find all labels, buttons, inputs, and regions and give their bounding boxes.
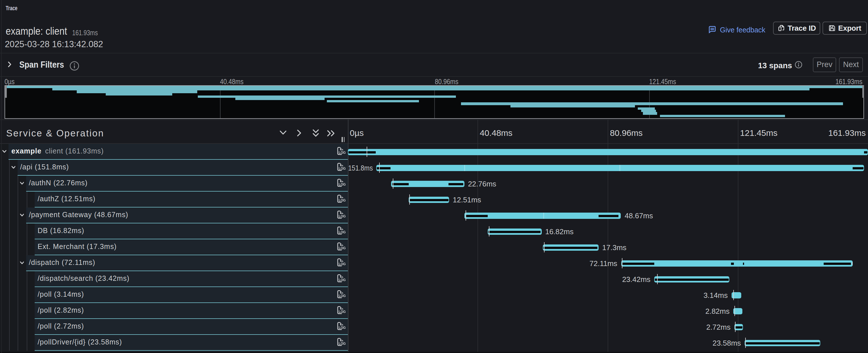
svg-text:LOG: LOG	[339, 310, 345, 314]
svg-text:LOG: LOG	[339, 151, 345, 155]
svg-text:LOG: LOG	[339, 342, 345, 346]
svg-text:LOG: LOG	[339, 262, 345, 266]
svg-text:LOG: LOG	[339, 183, 345, 187]
svg-text:LOG: LOG	[339, 247, 345, 250]
svg-text:LOG: LOG	[339, 230, 345, 234]
svg-text:LOG: LOG	[339, 326, 345, 330]
svg-text:LOG: LOG	[339, 278, 345, 282]
svg-text:LOG: LOG	[339, 215, 345, 219]
svg-text:LOG: LOG	[339, 294, 345, 298]
svg-text:LOG: LOG	[339, 199, 345, 203]
svg-text:LOG: LOG	[339, 167, 345, 171]
